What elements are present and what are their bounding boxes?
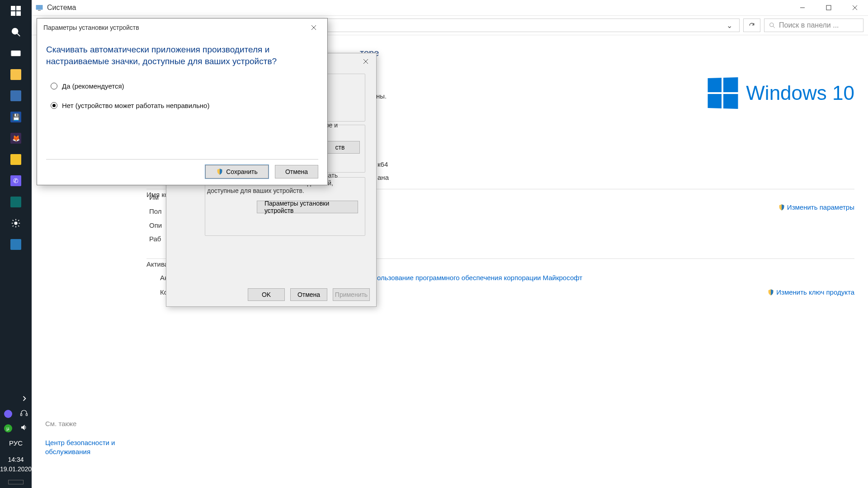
device-install-settings-button[interactable]: Параметры установки устройств [257,201,358,213]
windows10-logo: Windows 10 [707,78,854,108]
taskbar-app-notes[interactable] [0,149,32,170]
taskbar: 💾 🦊 ✆ µ РУС 14:34 19.01.2020 [0,0,32,488]
see-also-heading: См. также [45,420,131,427]
tray-icon-utorrent[interactable]: µ [4,424,12,432]
apply-button: Применить [333,288,370,301]
svg-rect-2 [11,11,15,16]
tray-date: 19.01.2020 [0,465,32,474]
svg-rect-13 [38,10,41,11]
shield-icon [778,204,785,211]
svg-point-9 [14,222,17,225]
svg-rect-1 [16,6,21,10]
license-terms-link[interactable]: ользование программного обеспечения корп… [377,274,582,282]
radio-icon [51,102,57,109]
window-close-button[interactable] [842,0,868,15]
option-no-label: Нет (устройство может работать неправиль… [62,102,209,109]
shield-icon [216,168,223,175]
dialog-titlebar[interactable]: Параметры установки устройств [37,19,327,37]
svg-rect-12 [36,5,43,10]
start-button[interactable] [0,0,32,21]
svg-rect-6 [12,51,20,56]
section-activation: Актива [146,260,168,268]
tray-expand-icon[interactable] [0,396,32,407]
show-desktop-button[interactable] [8,480,24,484]
windows10-logo-text: Windows 10 [746,82,854,104]
svg-line-20 [773,26,775,28]
device-installation-dialog: Параметры установки устройств Скачивать … [37,18,328,185]
taskbar-app-settings[interactable] [0,212,32,234]
window-minimize-button[interactable] [789,0,816,15]
tray-language[interactable]: РУС [9,439,23,447]
tray-time: 14:34 [0,455,32,464]
search-icon [769,22,775,28]
cancel-button[interactable]: Отмена [275,165,318,178]
window-maximize-button[interactable] [816,0,842,15]
fragment-text: ны. [376,92,387,100]
refresh-button[interactable] [743,19,760,32]
dialog-close-button[interactable] [307,20,321,35]
refresh-icon [749,22,755,28]
shield-icon [767,289,774,296]
fragment-text: доступные для ваших устройств. [207,187,304,194]
taskbar-app-control-panel[interactable] [0,234,32,255]
svg-point-19 [770,23,774,27]
taskbar-app-explorer[interactable] [0,64,32,85]
fragment-text: ана [377,174,389,181]
dialog-title: Параметры установки устройств [43,24,139,31]
change-product-key-link[interactable]: Изменить ключ продукта [767,288,854,296]
task-view-button[interactable] [0,42,32,64]
dialog-close-button[interactable] [357,55,374,68]
taskbar-app-viber[interactable]: ✆ [0,170,32,191]
option-yes[interactable]: Да (рекомендуется) [51,82,314,90]
window-title: Система [47,4,76,12]
tray-clock[interactable]: 14:34 19.01.2020 [0,455,32,474]
taskbar-app-generic-2[interactable] [0,191,32,212]
save-button-label: Сохранить [226,168,258,175]
option-yes-label: Да (рекомендуется) [62,82,124,90]
dropdown-icon[interactable]: ⌄ [723,21,736,30]
svg-rect-15 [826,5,831,10]
search-button[interactable] [0,21,32,42]
svg-rect-11 [26,414,27,416]
dialog-question: Скачивать автоматически приложения произ… [37,37,327,67]
radio-icon [51,83,57,89]
ok-button[interactable]: OK [248,288,285,301]
info-labels: Им Пол Опи Раб [149,191,162,246]
window-titlebar: Система [32,0,868,15]
change-settings-link[interactable]: Изменить параметры [778,203,854,211]
svg-rect-0 [11,6,15,10]
tray-icon-headset[interactable] [20,409,28,419]
save-button[interactable]: Сохранить [205,165,269,178]
taskbar-app-generic-1[interactable] [0,85,32,106]
taskbar-app-save[interactable]: 💾 [0,106,32,127]
svg-line-5 [17,33,20,36]
security-center-link[interactable]: Центр безопасности и обслуживания [45,438,131,457]
taskbar-app-firefox[interactable]: 🦊 [0,127,32,149]
system-icon [35,4,43,12]
svg-rect-10 [20,414,22,416]
svg-rect-3 [16,11,21,16]
see-also-panel: См. также Центр безопасности и обслужива… [45,420,131,457]
search-placeholder: Поиск в панели ... [779,21,839,29]
cancel-button[interactable]: Отмена [290,288,327,301]
tray-icon-viber[interactable] [4,410,12,418]
fragment-text: к64 [377,160,388,168]
option-no[interactable]: Нет (устройство может работать неправиль… [51,102,314,109]
svg-point-4 [12,28,18,34]
search-box[interactable]: Поиск в панели ... [764,19,863,32]
tray-icon-volume[interactable] [20,423,28,433]
